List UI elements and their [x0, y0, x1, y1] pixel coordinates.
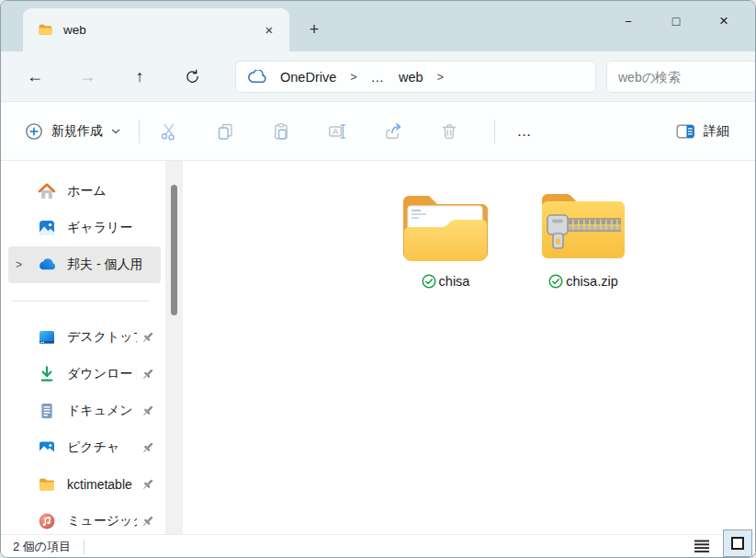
file-name: chisa	[439, 274, 470, 289]
new-item-label: 新規作成	[51, 123, 103, 140]
file-name: chisa.zip	[566, 274, 617, 289]
sidebar-item-home[interactable]: ホーム	[8, 173, 161, 210]
open-folder-icon	[397, 177, 494, 268]
share-icon[interactable]	[373, 113, 413, 150]
details-view-icon[interactable]	[690, 537, 714, 555]
file-explorer-window: web × + − □ × ← → ↑ OneDrive > … web	[0, 0, 756, 558]
item-count: 2 個の項目	[13, 539, 71, 555]
cut-icon[interactable]	[149, 113, 189, 150]
sidebar-divider	[12, 301, 150, 302]
sidebar-item-gallery[interactable]: ギャラリー	[8, 210, 161, 246]
zip-folder-icon	[535, 177, 632, 268]
sidebar-item-desktop[interactable]: デスクトップ	[8, 319, 161, 356]
sync-status-icon	[548, 274, 563, 289]
window-controls: − □ ×	[604, 1, 748, 41]
details-pane-label: 詳細	[704, 123, 729, 140]
file-list-area[interactable]: chisa	[183, 161, 755, 534]
explorer-body: ホーム ギャラリー >	[1, 161, 755, 534]
more-options-icon[interactable]: …	[504, 113, 545, 150]
sidebar-item-music[interactable]: ミュージック	[8, 503, 161, 534]
file-caption: chisa.zip	[548, 274, 617, 289]
pictures-icon	[38, 438, 56, 457]
large-icons-view-icon[interactable]	[723, 530, 752, 557]
home-icon	[38, 182, 56, 200]
plus-circle-icon	[25, 122, 43, 141]
address-bar[interactable]: OneDrive > … web >	[235, 61, 596, 93]
toolbar-divider	[494, 120, 495, 143]
onedrive-icon	[38, 256, 56, 274]
navigation-pane: ホーム ギャラリー >	[1, 161, 164, 534]
sync-status-icon	[422, 274, 436, 289]
downloads-icon	[38, 365, 56, 383]
minimize-button[interactable]: −	[604, 1, 652, 41]
up-icon[interactable]: ↑	[121, 60, 158, 93]
folder-icon	[38, 22, 53, 38]
sidebar-item-downloads[interactable]: ダウンロード	[8, 356, 161, 393]
search-input[interactable]	[618, 70, 745, 85]
sidebar-scrollbar[interactable]	[165, 161, 183, 534]
title-bar: web × + − □ ×	[1, 1, 755, 51]
expand-chevron-icon[interactable]: >	[16, 258, 38, 271]
onedrive-cloud-icon	[247, 70, 267, 84]
toolbar-divider	[139, 120, 140, 143]
desktop-icon	[38, 328, 56, 347]
chevron-down-icon	[111, 129, 120, 134]
maximize-button[interactable]: □	[652, 1, 700, 41]
details-pane-icon	[676, 122, 695, 141]
refresh-icon[interactable]	[174, 60, 210, 93]
gallery-icon	[38, 219, 56, 237]
breadcrumb-web[interactable]: web	[393, 67, 429, 87]
chevron-right-icon[interactable]: >	[345, 71, 361, 84]
search-box	[606, 61, 756, 93]
chevron-right-icon[interactable]: >	[433, 71, 448, 84]
breadcrumb-ellipsis[interactable]: …	[366, 67, 390, 87]
svg-text:A: A	[333, 127, 338, 136]
navigation-bar: ← → ↑ OneDrive > … web >	[1, 51, 755, 102]
delete-icon[interactable]	[429, 113, 469, 150]
copy-icon[interactable]	[205, 113, 245, 150]
documents-icon	[38, 402, 56, 420]
sidebar-item-documents[interactable]: ドキュメント	[8, 393, 161, 429]
pin-icon	[141, 477, 155, 492]
sidebar-item-pictures[interactable]: ピクチャ	[8, 429, 161, 466]
details-pane-button[interactable]: 詳細	[672, 117, 733, 146]
sidebar-item-onedrive-personal[interactable]: > 邦夫 - 個人用	[8, 246, 161, 283]
tab-web[interactable]: web ×	[23, 8, 289, 51]
new-item-button[interactable]: 新規作成	[16, 115, 130, 148]
pin-icon	[141, 514, 155, 529]
tab-close-icon[interactable]: ×	[256, 17, 282, 43]
scrollbar-thumb[interactable]	[171, 185, 177, 315]
new-tab-button[interactable]: +	[301, 17, 327, 42]
paste-icon[interactable]	[261, 113, 301, 150]
statusbar-divider	[84, 540, 85, 554]
forward-icon: →	[69, 60, 106, 93]
sidebar-item-kctimetable[interactable]: kctimetable	[8, 466, 161, 503]
pin-icon	[141, 330, 155, 345]
close-button[interactable]: ×	[700, 1, 748, 41]
folder-icon	[38, 475, 56, 494]
pin-icon	[141, 367, 155, 381]
breadcrumb-onedrive[interactable]: OneDrive	[275, 67, 342, 87]
pin-icon	[141, 404, 155, 418]
tab-label: web	[63, 23, 256, 37]
file-item-chisa-zip[interactable]: chisa.zip	[525, 177, 642, 289]
status-bar: 2 個の項目	[1, 534, 755, 558]
music-icon	[38, 512, 56, 530]
back-icon[interactable]: ←	[17, 60, 53, 93]
file-item-chisa[interactable]: chisa	[387, 177, 504, 289]
file-caption: chisa	[422, 274, 470, 289]
rename-icon[interactable]: A	[317, 113, 357, 150]
pin-icon	[141, 440, 155, 455]
command-toolbar: 新規作成	[1, 102, 755, 161]
